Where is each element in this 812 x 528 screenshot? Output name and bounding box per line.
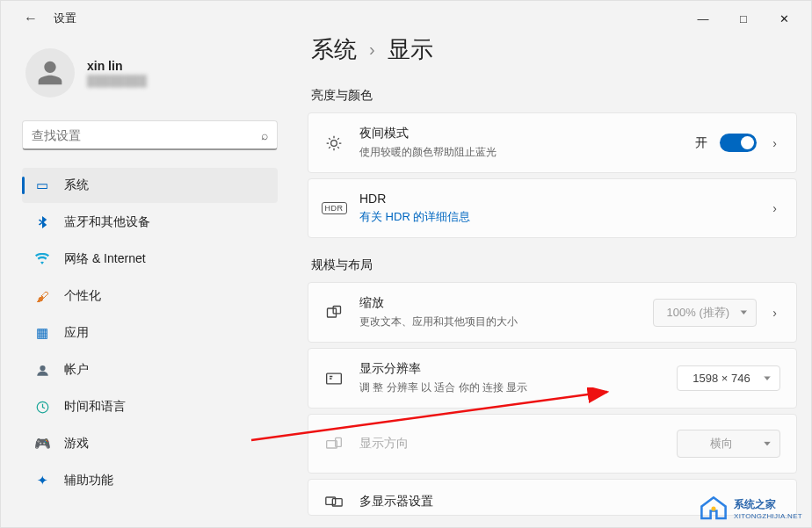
sidebar-label: 辅助功能 bbox=[64, 473, 113, 488]
svg-point-0 bbox=[40, 365, 45, 370]
night-light-card[interactable]: 夜间模式 使用较暖的颜色帮助阻止蓝光 开 › bbox=[308, 112, 797, 173]
clock-icon bbox=[34, 401, 50, 414]
search-box[interactable]: ⌕ bbox=[22, 120, 278, 150]
search-icon: ⌕ bbox=[261, 128, 268, 142]
svg-point-12 bbox=[711, 506, 715, 510]
sidebar-item-personalization[interactable]: 🖌 个性化 bbox=[22, 278, 278, 314]
hdr-icon: HDR bbox=[324, 202, 344, 214]
sidebar-item-gaming[interactable]: 🎮 游戏 bbox=[22, 426, 278, 461]
resolution-sub: 调 整 分辨率 以 适合 你的 连接 显示 bbox=[359, 380, 661, 395]
orientation-dropdown[interactable]: 横向 bbox=[677, 430, 780, 458]
hdr-link[interactable]: 有关 HDR 的详细信息 bbox=[359, 209, 753, 225]
nav: ▭ 系统 蓝牙和其他设备 网络 & Internet 🖌 bbox=[22, 168, 278, 498]
accessibility-icon: ✦ bbox=[34, 473, 50, 488]
profile-name: xin lin bbox=[87, 59, 147, 73]
system-icon: ▭ bbox=[34, 177, 50, 193]
sidebar-item-network[interactable]: 网络 & Internet bbox=[22, 242, 278, 277]
watermark: 系统之家 XITONGZHIJIA.NET bbox=[699, 495, 802, 522]
svg-rect-4 bbox=[333, 306, 340, 313]
sidebar-label: 帐户 bbox=[64, 362, 89, 378]
section-scale-title: 规模与布局 bbox=[311, 257, 797, 273]
minimize-button[interactable]: — bbox=[683, 4, 723, 33]
sidebar-item-accessibility[interactable]: ✦ 辅助功能 bbox=[22, 463, 278, 498]
resolution-title: 显示分辨率 bbox=[359, 361, 661, 377]
orientation-card[interactable]: 显示方向 横向 bbox=[308, 414, 797, 474]
scale-icon bbox=[324, 304, 344, 322]
avatar bbox=[25, 48, 75, 98]
hdr-card[interactable]: HDR HDR 有关 HDR 的详细信息 › bbox=[308, 178, 797, 238]
maximize-button[interactable]: □ bbox=[723, 4, 764, 33]
scale-sub: 更改文本、应用和其他项目的大小 bbox=[359, 315, 637, 329]
back-button[interactable]: ← bbox=[24, 11, 38, 26]
svg-rect-3 bbox=[328, 308, 337, 317]
svg-point-2 bbox=[331, 140, 337, 146]
svg-rect-5 bbox=[327, 373, 342, 384]
sidebar-label: 网络 & Internet bbox=[64, 251, 146, 267]
svg-rect-7 bbox=[336, 438, 342, 446]
account-icon bbox=[34, 364, 50, 377]
chevron-right-icon[interactable]: › bbox=[769, 136, 780, 150]
sidebar-item-system[interactable]: ▭ 系统 bbox=[22, 168, 278, 203]
orientation-icon bbox=[324, 436, 344, 452]
orientation-title: 显示方向 bbox=[359, 436, 661, 452]
sidebar-item-accounts[interactable]: 帐户 bbox=[22, 352, 278, 387]
scale-card[interactable]: 缩放 更改文本、应用和其他项目的大小 100% (推荐) › bbox=[308, 282, 797, 343]
resolution-dropdown[interactable]: 1598 × 746 bbox=[677, 365, 780, 391]
search-input[interactable] bbox=[32, 128, 261, 142]
sidebar-item-apps[interactable]: ▦ 应用 bbox=[22, 315, 278, 351]
gaming-icon: 🎮 bbox=[34, 436, 50, 452]
sidebar-label: 时间和语言 bbox=[64, 399, 126, 415]
night-light-icon bbox=[324, 134, 344, 152]
scale-dropdown[interactable]: 100% (推荐) bbox=[653, 299, 757, 327]
bluetooth-icon bbox=[34, 215, 50, 229]
breadcrumb: 系统 › 显示 bbox=[308, 36, 797, 81]
multi-display-icon bbox=[324, 495, 344, 509]
night-light-sub: 使用较暖的颜色帮助阻止蓝光 bbox=[359, 145, 679, 160]
chevron-right-icon[interactable]: › bbox=[769, 306, 780, 320]
profile-email: ████████ bbox=[87, 75, 147, 87]
sidebar-label: 应用 bbox=[64, 325, 89, 341]
wifi-icon bbox=[34, 253, 50, 265]
night-light-state: 开 bbox=[695, 135, 707, 151]
sidebar-item-bluetooth[interactable]: 蓝牙和其他设备 bbox=[22, 205, 278, 240]
sidebar-label: 系统 bbox=[64, 177, 89, 193]
sidebar-label: 游戏 bbox=[64, 436, 89, 452]
sidebar-label: 个性化 bbox=[64, 288, 101, 304]
resolution-card[interactable]: 显示分辨率 调 整 分辨率 以 适合 你的 连接 显示 1598 × 746 bbox=[308, 348, 797, 409]
sidebar-label: 蓝牙和其他设备 bbox=[64, 214, 150, 230]
window-controls: — □ ✕ bbox=[683, 4, 804, 33]
breadcrumb-root[interactable]: 系统 bbox=[311, 36, 357, 65]
night-light-toggle[interactable] bbox=[720, 134, 757, 152]
night-light-title: 夜间模式 bbox=[359, 126, 679, 141]
app-title: 设置 bbox=[54, 11, 76, 26]
scale-title: 缩放 bbox=[359, 295, 637, 311]
main-panel: 系统 › 显示 亮度与颜色 夜间模式 使用较暖的颜色帮助阻止蓝光 开 bbox=[295, 36, 811, 527]
hdr-title: HDR bbox=[359, 192, 753, 206]
chevron-right-icon[interactable]: › bbox=[769, 201, 780, 215]
breadcrumb-sep: › bbox=[369, 40, 375, 60]
section-brightness-title: 亮度与颜色 bbox=[311, 88, 797, 104]
settings-window: ← 设置 — □ ✕ xin lin ████████ ⌕ bbox=[0, 0, 812, 528]
titlebar: ← 设置 — □ ✕ bbox=[1, 1, 811, 36]
breadcrumb-current: 显示 bbox=[388, 36, 433, 65]
sidebar-item-time-language[interactable]: 时间和语言 bbox=[22, 389, 278, 424]
apps-icon: ▦ bbox=[34, 325, 50, 341]
close-button[interactable]: ✕ bbox=[764, 4, 804, 33]
sidebar: xin lin ████████ ⌕ ▭ 系统 蓝牙和其他设备 bbox=[1, 36, 295, 527]
profile[interactable]: xin lin ████████ bbox=[22, 36, 278, 113]
resolution-icon bbox=[324, 371, 344, 387]
brush-icon: 🖌 bbox=[34, 289, 50, 304]
